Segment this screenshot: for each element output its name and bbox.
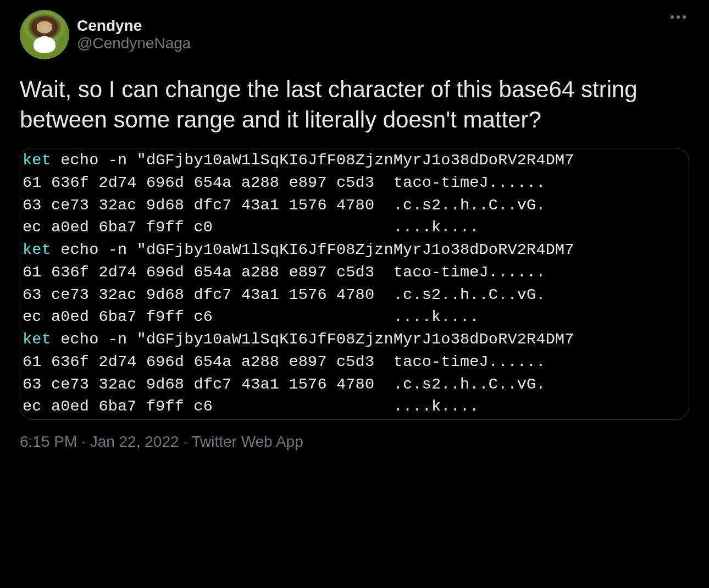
meta-separator: · [77,433,90,450]
terminal-prompt: ket [23,241,51,259]
user-info: Cendyne @CendyneNaga [77,17,191,52]
tweet-source[interactable]: Twitter Web App [191,433,303,450]
avatar[interactable] [20,10,69,59]
terminal-prompt: ket [23,151,51,169]
tweet-time[interactable]: 6:15 PM [20,433,77,450]
terminal-prompt: ket [23,330,51,348]
dot-icon [671,15,674,19]
header-left: Cendyne @CendyneNaga [20,10,191,59]
user-handle[interactable]: @CendyneNaga [77,35,191,52]
dot-icon [677,15,680,19]
meta-separator: · [179,433,192,450]
tweet-date[interactable]: Jan 22, 2022 [90,433,179,450]
tweet-meta: 6:15 PM · Jan 22, 2022 · Twitter Web App [20,433,689,451]
embedded-terminal-image[interactable]: ket echo -n "dGFjby10aW1lSqKI6JfF08ZjznM… [20,148,689,420]
more-options-button[interactable] [667,10,689,24]
dot-icon [683,15,686,19]
tweet-header: Cendyne @CendyneNaga [20,10,689,59]
tweet-text: Wait, so I can change the last character… [20,75,689,135]
display-name[interactable]: Cendyne [77,17,191,35]
